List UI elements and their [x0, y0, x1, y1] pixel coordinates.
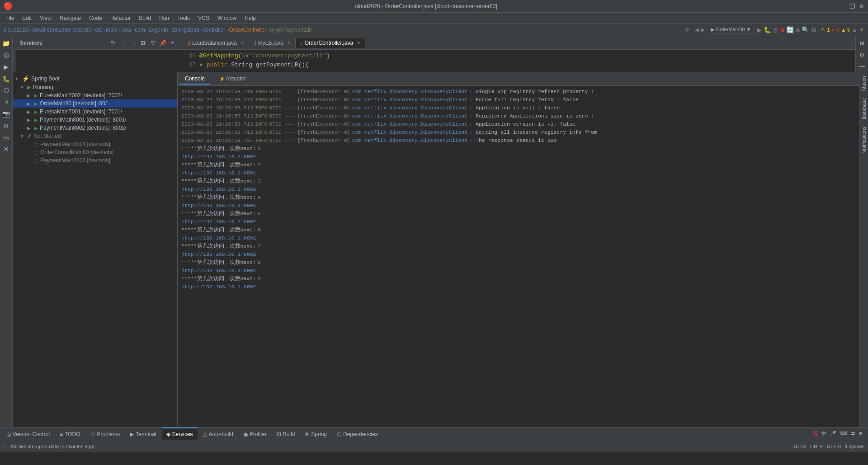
right-label-notifications[interactable]: Notifications — [859, 123, 868, 157]
breadcrumb-cloud2020[interactable]: cloud2020 — [4, 27, 28, 33]
minimize-button[interactable]: — — [840, 3, 846, 10]
close-left-icon[interactable]: ✕ — [1, 144, 12, 155]
breadcrumb-java[interactable]: java — [121, 27, 131, 33]
menu-navigate[interactable]: Navigate — [56, 14, 85, 22]
bottom-tab-versioncontrol[interactable]: ◎ Version Control — [2, 427, 54, 440]
tree-springboot[interactable]: ▼ ⚡ Spring Boot — [13, 74, 177, 83]
menu-window[interactable]: Window — [214, 14, 241, 22]
breadcrumb-angenin[interactable]: angenin — [149, 27, 168, 33]
console-tab-console[interactable]: Console — [179, 74, 210, 85]
debug-button[interactable]: 🐛 — [764, 26, 771, 33]
settings-button[interactable]: ⚙ — [811, 26, 817, 33]
services-panel: Services ↻ ↑ ↓ ⊞ ▽ 📌 + — [16, 36, 181, 72]
tree-ordermain80[interactable]: ▶ ▶ OrderMain80 [devtools] :80/ — [13, 99, 177, 108]
tree-eureka7001[interactable]: ▶ ▶ EurekaMain7001 [devtools] :7001/ — [13, 108, 177, 116]
menu-vcs[interactable]: VCS — [194, 14, 213, 22]
collapse-button[interactable]: ▼ — [859, 27, 864, 33]
breadcrumb-controller[interactable]: controller — [203, 27, 225, 33]
bottom-tab-spring[interactable]: ❋ Spring — [300, 427, 331, 440]
menu-edit[interactable]: Edit — [19, 14, 35, 22]
tree-eureka7002[interactable]: ▶ ▶ EurekaMain7002 [devtools] :7002/ — [13, 91, 177, 99]
translate-button[interactable]: A — [796, 26, 800, 33]
right-icon-close[interactable]: — — [857, 61, 868, 72]
right-label-database[interactable]: Database — [859, 94, 868, 123]
reload-button[interactable]: 🔄 — [786, 26, 794, 33]
tab-close-loadbalancer[interactable]: ✕ — [241, 40, 244, 45]
status-line-col[interactable]: 37:34 — [794, 444, 807, 449]
tab-mylb[interactable]: J MyLB.java ✕ — [249, 38, 296, 48]
services-group-btn[interactable]: ⊞ — [138, 38, 147, 47]
bottom-tab-autobuild[interactable]: △ Auto-build — [198, 427, 238, 440]
git-icon[interactable]: ⑂ — [1, 97, 12, 108]
maximize-button[interactable]: ❐ — [849, 3, 855, 10]
services-filter-btn[interactable]: ▽ — [148, 38, 157, 47]
tab-ordercontroller[interactable]: J OrderController.java ✕ — [296, 38, 365, 48]
menu-code[interactable]: Code — [85, 14, 106, 22]
breadcrumb-src[interactable]: src — [95, 27, 102, 33]
camera-icon[interactable]: 📷 — [1, 108, 12, 119]
project-icon[interactable]: 📁 — [1, 38, 12, 49]
breadcrumb-springcloud[interactable]: springcloud — [172, 27, 199, 33]
status-crlf[interactable]: CRLF — [810, 444, 823, 449]
coverage-button[interactable]: ◎ — [773, 26, 778, 33]
status-charset[interactable]: UTF-8 — [827, 444, 841, 449]
tab-close-mylb[interactable]: ✕ — [287, 40, 291, 45]
services-pin-btn[interactable]: 📌 — [158, 38, 167, 47]
stopped-icon-orderconsul: ◌ — [34, 150, 38, 155]
services-add-btn[interactable]: + — [168, 38, 177, 47]
tab-loadbalancer[interactable]: J LoadBalancer.java ✕ — [183, 38, 249, 48]
nav-back[interactable]: ◀ — [695, 27, 699, 33]
menu-help[interactable]: Help — [241, 14, 259, 22]
breadcrumb-class[interactable]: OrderController — [229, 27, 266, 33]
right-icon-2[interactable]: ⚙ — [857, 50, 868, 61]
menu-view[interactable]: View — [36, 14, 55, 22]
expand-button[interactable]: ▲ — [852, 27, 857, 33]
breadcrumb-method[interactable]: m getPaymentLB — [270, 27, 311, 33]
bottom-tab-profiler[interactable]: ◉ Profiler — [239, 427, 271, 440]
menu-file[interactable]: File — [2, 14, 18, 22]
bottom-tab-build[interactable]: ⊡ Build — [272, 427, 300, 440]
menu-refactor[interactable]: Refactor — [107, 14, 134, 22]
search-button[interactable]: 🔍 — [802, 26, 809, 33]
bottom-tab-todo[interactable]: ≡ TODO — [55, 427, 85, 440]
debug-left-icon[interactable]: 🐛 — [1, 73, 12, 84]
services-expand-btn[interactable]: ↓ — [128, 38, 137, 47]
tab-overflow-btn[interactable]: ≡ — [850, 40, 854, 46]
bottom-tab-terminal[interactable]: ▶ Terminal — [125, 427, 160, 440]
bottom-tab-dependencies[interactable]: ⬡ Dependencies — [332, 427, 382, 440]
tree-payment8001[interactable]: ▶ ▶ PaymentMain8001 [devtools] :8001/ — [13, 116, 177, 124]
tab-close-ordercontroller[interactable]: ✕ — [357, 40, 360, 45]
stop-button[interactable]: ■ — [780, 26, 784, 33]
nav-dropdown[interactable]: ⚙ — [685, 27, 689, 33]
tree-payment8004[interactable]: ◌ PaymentMain8004 [devtools] — [13, 140, 177, 148]
tree-orderconsul[interactable]: ◌ OrderConsulMain80 [devtools] — [13, 148, 177, 156]
tree-not-started[interactable]: ▼ ✗ Not Started — [13, 132, 177, 140]
run-config-selector[interactable]: ▶ OrderMain80 ▼ — [707, 26, 755, 33]
menu-run[interactable]: Run — [156, 14, 173, 22]
services-left-icon[interactable]: ⬡ — [1, 85, 12, 96]
status-indent[interactable]: 4 spaces — [844, 444, 864, 449]
breadcrumb-main[interactable]: main — [106, 27, 118, 33]
warning-icon: ⚠ — [821, 27, 825, 33]
breadcrumb-module[interactable]: cloud-consumer-order80 — [32, 27, 91, 33]
right-label-maven[interactable]: Maven — [859, 72, 868, 94]
breadcrumb-com[interactable]: com — [135, 27, 145, 33]
settings-left-icon[interactable]: ⚙ — [1, 120, 12, 131]
menu-tools[interactable]: Tools — [174, 14, 193, 22]
commit-icon[interactable]: ◎ — [1, 50, 12, 61]
right-icon-1[interactable]: ⊞ — [857, 38, 868, 49]
tree-payment8006[interactable]: ◌ PaymentMain8006 [devtools] — [13, 156, 177, 164]
bottom-tab-problems[interactable]: ⚠ Problems — [86, 427, 125, 440]
run-button[interactable]: ▶ — [757, 26, 762, 33]
run-icon[interactable]: ▶ — [1, 61, 12, 72]
nav-forward[interactable]: ▶ — [701, 27, 705, 33]
console-tab-actuator[interactable]: ⚡ Actuator — [214, 74, 251, 85]
services-collapse-btn[interactable]: ↑ — [118, 38, 127, 47]
tree-running[interactable]: ▼ ▶ Running — [13, 83, 177, 91]
bottom-tab-services[interactable]: ◈ Services — [162, 427, 198, 440]
services-refresh-btn[interactable]: ↻ — [108, 38, 118, 47]
tree-payment8002[interactable]: ▶ ▶ PaymentMain8002 [devtools] :8002/ — [13, 124, 177, 132]
ant-icon[interactable]: 🐜 — [1, 132, 12, 143]
close-button[interactable]: ✕ — [859, 3, 864, 10]
menu-build[interactable]: Build — [135, 14, 155, 22]
